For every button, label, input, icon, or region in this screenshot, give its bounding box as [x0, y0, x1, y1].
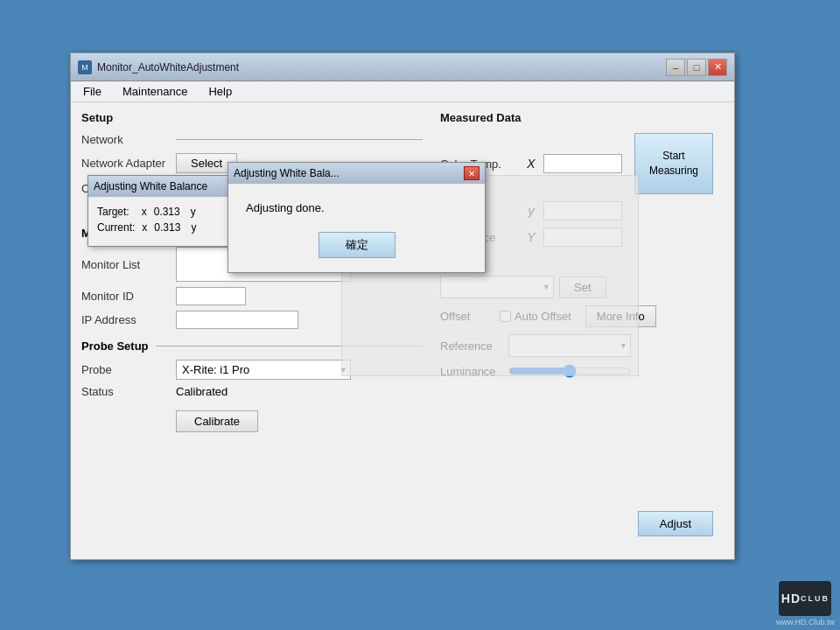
dialog-front-title: Adjusting White Bala...: [234, 167, 340, 179]
network-group: Network: [81, 133, 423, 146]
watermark-logo: HD CLUB: [779, 581, 831, 616]
dialog-target-row: Target: x 0.313 y: [97, 206, 248, 218]
dialog-front-content: Adjusting done. 確定: [228, 184, 485, 272]
current-label: Current:: [97, 221, 135, 234]
watermark: HD CLUB www.HD.Club.tw: [776, 581, 835, 626]
monitor-id-label: Monitor ID: [81, 290, 169, 303]
adjust-button[interactable]: Adjust: [638, 511, 713, 536]
status-row: Status Calibrated: [81, 385, 423, 398]
target-x-letter: x: [142, 206, 147, 218]
window-title: Monitor_AutoWhiteAdjustment: [97, 61, 239, 74]
menu-bar: File Maintenance Help: [71, 81, 734, 102]
color-temp-x-input[interactable]: [543, 154, 622, 173]
target-y-letter: y: [191, 206, 196, 218]
window-controls: – □ ✕: [666, 59, 727, 76]
calibrate-button[interactable]: Calibrate: [176, 410, 258, 432]
app-icon: M: [78, 60, 92, 74]
probe-label: Probe: [81, 363, 169, 376]
x-letter: X: [524, 157, 538, 171]
dialog-front-title-bar: Adjusting White Bala... ✕: [228, 163, 485, 184]
current-val: 0.313: [154, 221, 180, 234]
minimize-button[interactable]: –: [666, 59, 685, 76]
menu-help[interactable]: Help: [203, 83, 237, 100]
target-label: Target:: [97, 206, 130, 218]
dialog-front-close-btn[interactable]: ✕: [464, 166, 480, 180]
dialog-message: Adjusting done.: [246, 201, 467, 214]
measured-title: Measured Data: [440, 111, 724, 124]
target-val: 0.313: [154, 206, 180, 218]
monitor-id-input[interactable]: [176, 287, 246, 305]
current-x-letter: x: [142, 221, 147, 234]
setup-title: Setup: [81, 111, 423, 124]
confirm-button[interactable]: 確定: [318, 232, 396, 258]
ip-address-label: IP Address: [81, 313, 169, 326]
watermark-url: www.HD.Club.tw: [776, 618, 835, 626]
menu-file[interactable]: File: [78, 83, 107, 100]
network-adapter-label: Network Adapter: [81, 157, 169, 170]
status-value: Calibrated: [176, 385, 228, 398]
separator: [176, 139, 423, 140]
dialog-adjusting-front: Adjusting White Bala... ✕ Adjusting done…: [228, 162, 486, 273]
title-bar-left: M Monitor_AutoWhiteAdjustment: [78, 60, 239, 74]
current-y-letter: y: [191, 221, 196, 234]
status-label: Status: [81, 385, 169, 398]
start-measuring-button[interactable]: Start Measuring: [634, 133, 713, 194]
title-bar: M Monitor_AutoWhiteAdjustment – □ ✕: [71, 53, 734, 81]
close-button[interactable]: ✕: [708, 59, 727, 76]
restore-button[interactable]: □: [687, 59, 706, 76]
menu-maintenance[interactable]: Maintenance: [117, 83, 192, 100]
dialog-current-row: Current: x 0.313 y: [97, 221, 248, 234]
ip-address-input[interactable]: [176, 311, 298, 329]
probe-select-wrapper: X-Rite: i1 Pro: [176, 360, 351, 380]
network-label: Network: [81, 133, 169, 146]
probe-select[interactable]: X-Rite: i1 Pro: [176, 360, 351, 380]
monitor-list-label: Monitor List: [81, 258, 169, 271]
dialog-bg-title: Adjusting White Balance: [94, 180, 207, 192]
